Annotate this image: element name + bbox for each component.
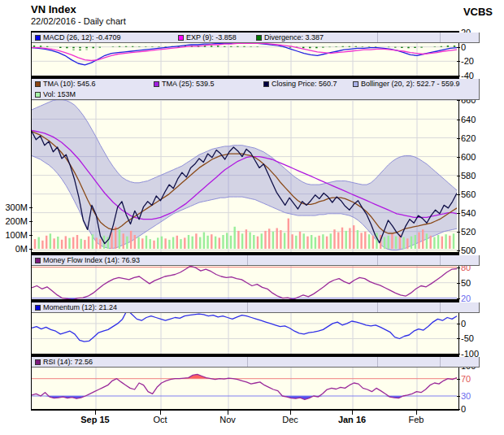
chart-subtitle: 22/02/2016 - Daily chart xyxy=(31,16,126,26)
legend-item: Vol: 153M xyxy=(35,89,76,100)
price-panel[interactable] xyxy=(31,77,459,254)
price-ytick: 520 xyxy=(461,227,493,237)
chart-stack: MACD (26, 12): -0.4709EXP (9): -3.858Div… xyxy=(31,31,480,431)
macd-legend: MACD (26, 12): -0.4709EXP (9): -3.858Div… xyxy=(32,33,480,43)
legend-label: Vol: 153M xyxy=(43,89,76,100)
legend-swatch-icon xyxy=(35,81,41,87)
price-ytick: 560 xyxy=(461,189,493,199)
x-axis-label: Jan 16 xyxy=(328,415,376,424)
legend-label: TMA (25): 539.5 xyxy=(162,79,215,89)
page-title: VN Index xyxy=(31,3,76,15)
price-plot[interactable] xyxy=(32,79,457,252)
legend-swatch-icon xyxy=(353,81,358,87)
rsi-ytick: 0 xyxy=(461,404,493,414)
legend-item: TMA (25): 539.5 xyxy=(154,79,215,89)
mfi-ytick: 20 xyxy=(461,294,493,303)
mfi-legend: Money Flow Index (14): 76.93 xyxy=(32,255,480,266)
x-axis-label: Sep 15 xyxy=(71,415,119,424)
x-axis-label: Nov xyxy=(203,415,252,424)
price-ytick: 580 xyxy=(461,171,493,181)
legend-swatch-icon xyxy=(35,35,41,41)
legend-item: MACD (26, 12): -0.4709 xyxy=(35,33,121,43)
legend-label: EXP (9): -3.858 xyxy=(186,33,237,43)
legend-swatch-icon xyxy=(256,35,262,41)
price-legend: TMA (10): 545.6TMA (25): 539.5Closing Pr… xyxy=(32,79,480,100)
legend-item: Bollinger (20, 2): 522.7 - 559.9 xyxy=(353,79,460,89)
legend-item: TMA (10): 545.6 xyxy=(35,79,96,89)
x-axis-label: Dec xyxy=(266,415,315,424)
legend-label: TMA (10): 545.6 xyxy=(43,79,96,89)
volume-ytick: 100M xyxy=(0,230,28,240)
legend-swatch-icon xyxy=(35,92,41,98)
momentum-legend: Momentum (12): 21.24 xyxy=(32,302,480,313)
legend-item: Divergence: 3.387 xyxy=(256,33,324,43)
price-ytick: 620 xyxy=(461,133,493,143)
legend-label: Money Flow Index (14): 76.93 xyxy=(43,255,140,266)
brand-logo: VCBS xyxy=(463,6,493,18)
legend-item: RSI (14): 72.56 xyxy=(35,357,93,368)
price-ytick: 600 xyxy=(461,152,493,162)
legend-label: MACD (26, 12): -0.4709 xyxy=(43,33,121,43)
legend-swatch-icon xyxy=(263,81,269,87)
price-ytick: 640 xyxy=(461,115,493,124)
legend-label: Closing Price: 560.7 xyxy=(272,79,337,89)
legend-swatch-icon xyxy=(35,305,41,311)
legend-swatch-icon xyxy=(35,359,41,365)
legend-label: Bollinger (20, 2): 522.7 - 559.9 xyxy=(361,79,460,89)
legend-label: RSI (14): 72.56 xyxy=(43,357,93,368)
x-axis-label: Oct xyxy=(136,415,185,424)
price-ytick: 540 xyxy=(461,208,493,218)
momentum-ytick: -50 xyxy=(461,333,493,343)
legend-swatch-icon xyxy=(154,81,159,87)
rsi-ytick: 30 xyxy=(461,391,493,401)
legend-label: Divergence: 3.387 xyxy=(264,33,324,43)
x-axis-label: Feb xyxy=(392,415,441,424)
legend-swatch-icon xyxy=(178,35,184,41)
legend-item: EXP (9): -3.858 xyxy=(178,33,237,43)
legend-item: Closing Price: 560.7 xyxy=(263,79,337,89)
volume-ytick: 0M xyxy=(0,244,28,254)
legend-item: Momentum (12): 21.24 xyxy=(35,302,117,313)
volume-ytick: 200M xyxy=(0,216,28,226)
legend-label: Momentum (12): 21.24 xyxy=(43,302,117,313)
rsi-ytick: 70 xyxy=(461,374,493,384)
momentum-ytick: 0 xyxy=(461,319,493,328)
legend-item: Money Flow Index (14): 76.93 xyxy=(35,255,140,266)
mfi-ytick: 50 xyxy=(461,278,493,288)
macd-ytick: 0 xyxy=(461,42,493,52)
chart-window: VN Index 22/02/2016 - Daily chart VCBS M… xyxy=(0,0,504,435)
volume-ytick: 300M xyxy=(0,202,28,212)
rsi-legend: RSI (14): 72.56 xyxy=(32,357,480,368)
legend-swatch-icon xyxy=(35,258,41,263)
price-ytick: 500 xyxy=(461,246,493,255)
macd-ytick: -20 xyxy=(461,56,493,66)
